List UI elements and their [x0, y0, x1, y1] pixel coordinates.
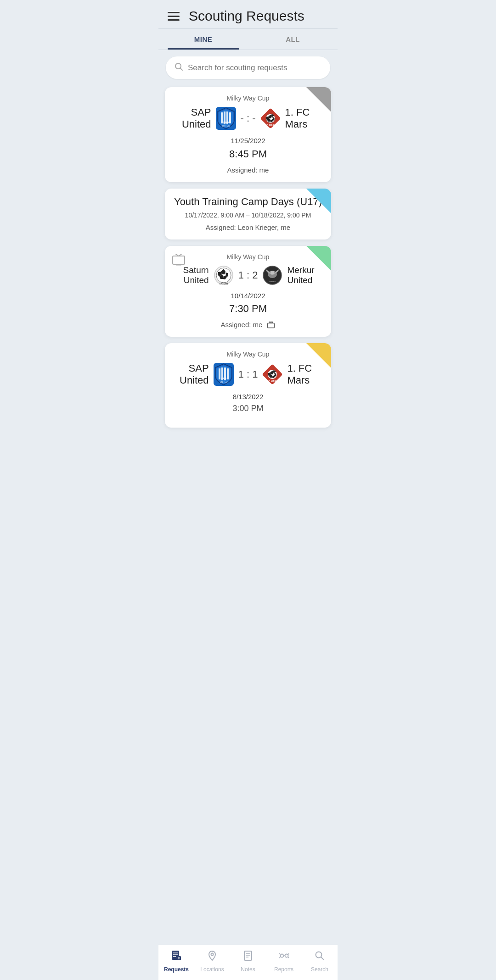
home-team-logo: SAP UNITED: [216, 107, 236, 130]
match-row: SAP United SAP UNITED 1 : 1: [173, 362, 323, 386]
tab-bar: MINE ALL: [158, 29, 338, 50]
match-card-1[interactable]: Milky Way Cup SAP United SAP UNITED: [165, 87, 331, 182]
svg-text:SAP: SAP: [223, 121, 228, 124]
match-date: 8/13/2022 3:00 PM: [173, 392, 323, 415]
match-row: SAP United SAP UNITED - : -: [173, 106, 323, 130]
match-date: 10/14/2022 7:30 PM: [173, 291, 323, 317]
svg-rect-34: [270, 322, 271, 323]
assigned-label: Assigned: me: [173, 321, 323, 329]
svg-text:FC MARS: FC MARS: [265, 124, 276, 127]
svg-text:UNITED: UNITED: [222, 125, 230, 127]
competition-name: Milky Way Cup: [173, 95, 323, 102]
assigned-label: Assigned: me: [173, 166, 323, 174]
header: Scouting Requests: [158, 0, 338, 28]
svg-text:SATURN: SATURN: [219, 283, 227, 285]
svg-line-1: [180, 68, 183, 71]
svg-rect-36: [219, 368, 220, 379]
home-team-name: SAP United: [173, 106, 211, 130]
svg-text:UNITED: UNITED: [220, 381, 228, 383]
svg-rect-39: [227, 368, 229, 379]
away-team-logo: FC MARS: [262, 364, 282, 384]
home-team-name: SAP United: [173, 362, 209, 386]
training-dates: 10/17/2022, 9:00 AM – 10/18/2022, 9:00 P…: [173, 212, 323, 219]
svg-rect-5: [229, 112, 231, 123]
svg-rect-20: [178, 264, 180, 265]
match-card-4[interactable]: Milky Way Cup SAP United SAP UNITED 1 : …: [165, 343, 331, 428]
svg-text:UNITED: UNITED: [269, 280, 276, 283]
away-team-logo: UNITED: [262, 265, 282, 285]
search-box: [166, 56, 330, 79]
match-score: - : -: [241, 112, 256, 124]
match-score: 1 : 2: [238, 269, 258, 281]
match-date: 11/25/2022 8:45 PM: [173, 136, 323, 161]
svg-point-31: [271, 271, 274, 274]
training-card-2[interactable]: Youth Training Camp Days (U17) 10/17/202…: [165, 189, 331, 239]
svg-rect-33: [268, 323, 275, 328]
corner-ribbon-blue: [306, 189, 331, 213]
cards-list: Milky Way Cup SAP United SAP UNITED: [158, 85, 338, 464]
corner-ribbon-yellow: [306, 343, 331, 368]
competition-name: Milky Way Cup: [173, 253, 323, 261]
match-score: 1 : 1: [238, 368, 258, 380]
hamburger-menu-button[interactable]: [168, 12, 180, 21]
search-input[interactable]: [188, 63, 322, 72]
home-team-logo: SAP UNITED: [214, 363, 234, 386]
page-title: Scouting Requests: [189, 8, 304, 24]
corner-ribbon-gray: [306, 87, 331, 112]
search-container: [158, 50, 338, 85]
tv-icon: [171, 252, 186, 269]
match-row: Saturn United SATURN 1 : 2: [173, 265, 323, 285]
tab-mine[interactable]: MINE: [158, 29, 248, 50]
svg-rect-2: [221, 112, 223, 123]
svg-rect-35: [271, 322, 273, 323]
assigned-label: Assigned: Leon Krieger, me: [173, 223, 323, 231]
training-title: Youth Training Camp Days (U17): [173, 196, 323, 208]
svg-rect-18: [173, 256, 185, 264]
match-card-3[interactable]: Milky Way Cup Saturn United SATURN 1 : 2: [165, 246, 331, 337]
svg-text:FC MARS: FC MARS: [267, 380, 278, 383]
corner-ribbon-green: [306, 246, 331, 271]
tab-all[interactable]: ALL: [248, 29, 338, 50]
search-icon: [174, 62, 183, 73]
away-team-logo: FC MARS: [260, 108, 281, 128]
home-team-logo: SATURN: [214, 265, 234, 285]
svg-text:SAP: SAP: [220, 377, 226, 380]
competition-name: Milky Way Cup: [173, 351, 323, 358]
